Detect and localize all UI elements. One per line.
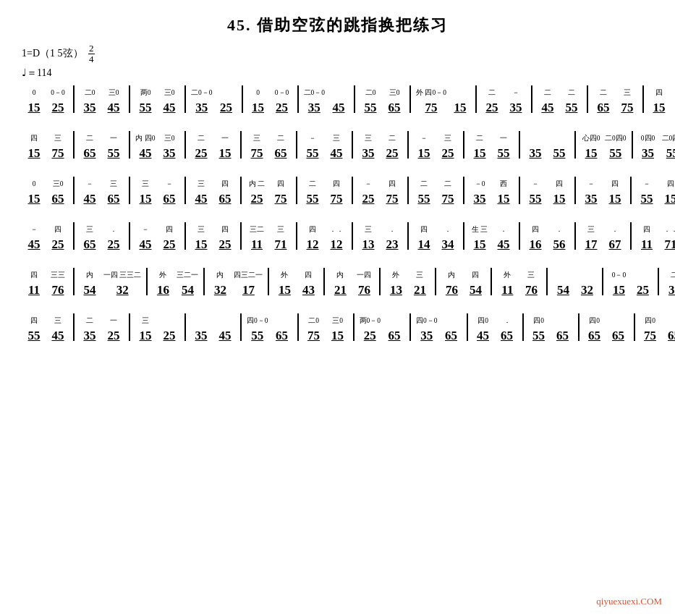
note-cell: ．．71 [661,226,675,252]
bar-line [531,85,532,113]
measure-0-5: 二0－03545 [302,89,352,115]
measure-1-4: 三75二65 [245,135,293,161]
note-cell: 三71 [271,226,291,252]
note-cell: 四15 [605,180,625,206]
note-cell: 0－025 [48,89,68,115]
bar-line [642,85,644,113]
measure-0-3: 二0－03525 [189,89,239,115]
note-cell: 三76 [521,271,541,298]
measure-1-11: 0四035 二0四055 [636,135,676,161]
bar-line [574,177,576,204]
note-cell: 二15 [470,135,490,161]
note-cell: 二075 [304,317,324,343]
measure-3-7: 四14．34 [412,226,460,252]
measure-0-10: 二65三75 [591,89,640,115]
music-score-page: 45. 借助空弦的跳指换把练习 1=D（1 5弦） 2 4 ♩＝114 0150… [0,0,675,616]
measure-2-9: －55四15 [523,180,572,206]
bar-line [658,268,659,295]
note-cell: 65 [272,317,292,343]
note-cell: 二55 [302,180,323,206]
note-cell: 三45 [48,317,68,343]
note-cell: 二55 [561,89,582,115]
bar-line [73,268,75,295]
note-cell: 二25 [382,135,402,161]
note-cell: 三065 [384,89,404,115]
note-cell: 四75 [271,180,291,206]
measure-4-2: 外16三二一54 [150,271,200,298]
note-cell: 内 二25 [247,180,267,206]
bar-line [630,222,632,250]
measure-4-0: 四11三三76 [22,271,70,298]
note-cell: 一四 三三二32 [103,271,141,298]
note-cell: 四0－035 [416,317,438,343]
measure-2-3: 三45四65 [189,180,237,206]
measure-0-9: 二45二55 [535,89,584,115]
note-cell: 四25 [48,226,68,252]
meta-key-time: 1=D（1 5弦） 2 4 [22,43,653,65]
note-cell: －25 [358,180,378,206]
measure-0-4: 0150－025 [246,89,294,115]
measure-1-2: 内 四045三035 [133,135,182,161]
note-cell: 三二一54 [177,271,198,298]
bar-line [463,131,464,159]
bar-line [353,313,355,341]
measure-4-1: 内54一四 三三二32 [77,271,143,298]
measure-1-3: 二25一15 [189,135,237,161]
note-cell: 三65 [103,180,124,206]
note-cell: －45 [135,226,156,252]
bar-line [407,177,409,204]
note-cell: －45 [80,180,100,206]
note-cell: 外 四0－075 [416,89,446,115]
note-cell: 三17 [581,226,601,252]
note-cell: 65 [608,317,629,343]
note-cell: 西15 [493,180,514,206]
bar-line [379,268,381,295]
note-cell: 015 [248,89,268,115]
note-cell: 外11 [497,271,517,298]
note-cell: 三25 [438,135,458,161]
note-cell: 三13 [358,226,378,252]
measure-0-8: 二25－35 [480,89,528,115]
measure-5-1: 二35一25 [77,317,126,343]
bar-line [73,177,75,204]
note-cell: 四065 [585,317,605,343]
note-cell: 二055 [360,89,381,115]
note-cell: 一25 [103,317,124,343]
note-cell: 内 四045 [135,135,156,161]
measure-0-11: 四15四25 [647,89,675,115]
measure-3-2: －45四25 [133,226,182,252]
bar-line [352,222,353,250]
note-cell: 25 [216,89,237,115]
bar-line [467,313,468,341]
note-cell: 四65 [215,180,235,206]
note-cell: 二55 [414,180,434,206]
measure-4-6: 外13三21 [383,271,432,298]
measure-5-8: 四045．65 [471,317,519,343]
bar-line [297,85,299,113]
note-cell: 四25 [159,226,179,252]
note-cell: 45 [328,89,349,115]
note-cell: 二035 [80,89,100,115]
bar-line [146,268,148,295]
note-cell: －65 [159,180,179,206]
measure-5-11: 四07565 [638,317,676,343]
note-cell: 四55 [24,317,44,343]
note-cell: ．34 [438,226,458,252]
measure-3-5: 四12．．12 [300,226,349,252]
measure-1-9: 3555 [523,135,572,161]
note-cell: 四11 [24,271,44,298]
measure-5-9: 四05565 [527,317,575,343]
bar-line [407,222,409,250]
bar-line [491,268,492,295]
note-cell: 三15 [135,317,156,343]
bar-line [268,268,269,295]
note-cell: 三65 [80,226,100,252]
bar-line [323,268,325,295]
note-cell: 25 [632,271,653,298]
time-sig-bottom: 4 [88,54,95,64]
measure-5-5: 二075三015 [302,317,350,343]
note-cell: 二45 [538,89,558,115]
score-row-5: 四55三45二35一25三15253545四0－05565二075三015两0－… [22,313,653,343]
note-cell: ．56 [549,226,569,252]
note-cell: 三三76 [48,271,68,298]
